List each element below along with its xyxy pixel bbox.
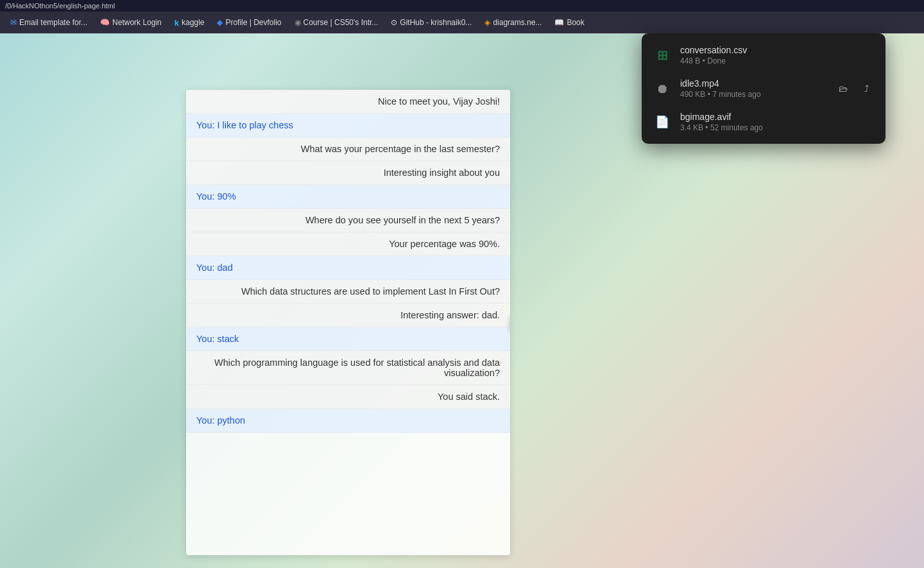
message-10: Interesting answer: dad. xyxy=(186,304,510,327)
download-idle-actions: 🗁 ⤴ xyxy=(834,80,875,98)
chat-container: Nice to meet you, Vijay Joshi! You: I li… xyxy=(186,90,510,555)
download-item-bgimage: 📄 bgimage.avif 3.4 KB • 52 minutes ago xyxy=(642,105,886,139)
message-2: You: I like to play chess xyxy=(186,114,510,137)
bookmark-label: GitHub - krishnaik0... xyxy=(400,18,472,27)
message-text: You: I like to play chess xyxy=(196,120,293,130)
browser-url: /0/HackNOthon5/english-page.html xyxy=(5,2,115,10)
message-text: Which programming language is used for s… xyxy=(214,357,500,378)
download-item-idle: ⏺ idle3.mp4 490 KB • 7 minutes ago 🗁 ⤴ xyxy=(642,72,886,105)
message-6: Where do you see yourself in the next 5 … xyxy=(186,209,510,232)
message-text: Nice to meet you, Vijay Joshi! xyxy=(378,96,500,107)
message-text: Interesting answer: dad. xyxy=(400,310,500,320)
cs50-icon: ◉ xyxy=(295,18,301,27)
folder-icon: 🗁 xyxy=(839,83,848,94)
download-idle-name: idle3.mp4 xyxy=(680,78,826,89)
download-conversation-info: conversation.csv 448 B • Done xyxy=(680,45,875,65)
download-bgimage-name: bgimage.avif xyxy=(680,112,875,122)
message-text: What was your percentage in the last sem… xyxy=(301,144,500,154)
message-text: You: 90% xyxy=(196,191,236,202)
message-8: You: dad xyxy=(186,256,510,280)
message-text: Interesting insight about you xyxy=(384,168,500,178)
download-item-conversation: ⊞ conversation.csv 448 B • Done xyxy=(642,39,886,72)
external-link-icon: ⤴ xyxy=(864,83,869,94)
download-idle-meta: 490 KB • 7 minutes ago xyxy=(680,90,826,99)
message-9: Which data structures are used to implem… xyxy=(186,280,510,304)
csv-file-icon: ⊞ xyxy=(652,45,672,65)
open-folder-button[interactable]: 🗁 xyxy=(834,80,852,98)
browser-bar: /0/HackNOthon5/english-page.html xyxy=(0,0,924,12)
message-11: You: stack xyxy=(186,327,510,351)
message-5: You: 90% xyxy=(186,185,510,209)
bookmark-email[interactable]: ✉ Email template for... xyxy=(5,15,92,30)
chat-scroll[interactable]: Nice to meet you, Vijay Joshi! You: I li… xyxy=(186,90,510,555)
bookmark-label: Course | CS50's Intr... xyxy=(304,18,379,27)
message-text: Where do you see yourself in the next 5 … xyxy=(305,215,500,225)
github-icon: ⊙ xyxy=(391,18,397,27)
bookmarks-bar: ✉ Email template for... 🧠 Network Login … xyxy=(0,12,924,33)
bookmark-book[interactable]: 📖 Book xyxy=(549,15,589,30)
message-text: Which data structures are used to implem… xyxy=(241,286,500,297)
mp4-file-icon: ⏺ xyxy=(652,78,672,99)
message-text: You: dad xyxy=(196,262,233,273)
email-bookmark-icon: ✉ xyxy=(10,18,17,27)
download-panel: ⊞ conversation.csv 448 B • Done ⏺ idle3.… xyxy=(642,33,886,144)
bookmark-label: Profile | Devfolio xyxy=(225,18,281,27)
download-conversation-meta: 448 B • Done xyxy=(680,56,875,65)
download-conversation-name: conversation.csv xyxy=(680,45,875,55)
bookmark-label: Email template for... xyxy=(19,18,87,27)
download-bgimage-meta: 3.4 KB • 52 minutes ago xyxy=(680,123,875,132)
kaggle-icon: k xyxy=(175,18,179,28)
message-3: What was your percentage in the last sem… xyxy=(186,137,510,161)
message-14: You: python xyxy=(186,409,510,433)
message-text: You: python xyxy=(196,415,245,426)
message-1: Nice to meet you, Vijay Joshi! xyxy=(186,90,510,114)
download-bgimage-info: bgimage.avif 3.4 KB • 52 minutes ago xyxy=(680,112,875,132)
brain-icon: 🧠 xyxy=(100,18,110,27)
bookmark-label: kaggle xyxy=(182,18,204,27)
chat-messages: Nice to meet you, Vijay Joshi! You: I li… xyxy=(186,90,510,433)
message-text: You: stack xyxy=(196,334,239,344)
diagrams-icon: ◈ xyxy=(484,18,490,27)
message-4: Interesting insight about you xyxy=(186,161,510,185)
book-icon: 📖 xyxy=(554,18,564,27)
bookmark-kaggle[interactable]: k kaggle xyxy=(169,15,210,30)
bookmark-github[interactable]: ⊙ GitHub - krishnaik0... xyxy=(386,15,477,30)
bookmark-diagrams[interactable]: ◈ diagrams.ne... xyxy=(479,15,547,30)
bookmark-devfolio[interactable]: ◆ Profile | Devfolio xyxy=(212,15,286,30)
message-text: Your percentage was 90%. xyxy=(389,239,500,249)
devfolio-icon: ◆ xyxy=(217,18,223,27)
message-13: You said stack. xyxy=(186,385,510,409)
download-idle-info: idle3.mp4 490 KB • 7 minutes ago xyxy=(680,78,826,99)
message-7: Your percentage was 90%. xyxy=(186,232,510,256)
bookmark-cs50[interactable]: ◉ Course | CS50's Intr... xyxy=(289,15,384,30)
bookmark-network[interactable]: 🧠 Network Login xyxy=(95,15,167,30)
bookmark-label: Book xyxy=(567,18,584,27)
message-text: You said stack. xyxy=(438,392,500,402)
bookmark-label: diagrams.ne... xyxy=(493,18,542,27)
message-12: Which programming language is used for s… xyxy=(186,351,510,385)
bookmark-label: Network Login xyxy=(112,18,162,27)
avif-file-icon: 📄 xyxy=(652,112,672,132)
open-file-button[interactable]: ⤴ xyxy=(857,80,875,98)
